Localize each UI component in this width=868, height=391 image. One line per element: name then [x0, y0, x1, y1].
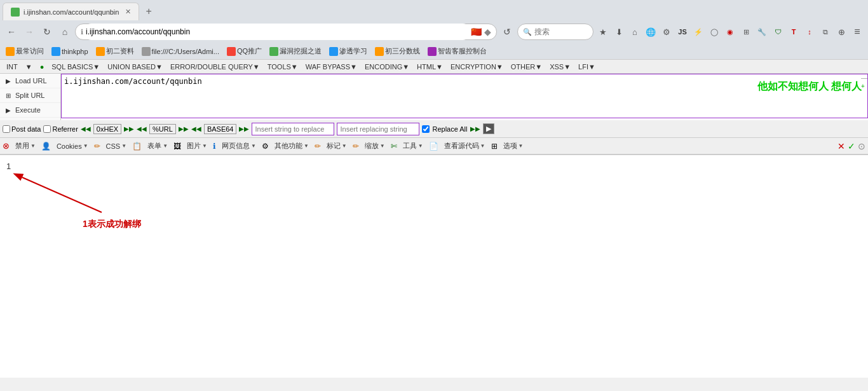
insert-replacing-input[interactable]	[337, 123, 419, 135]
reload-button[interactable]: ↺	[499, 24, 515, 39]
menu-int[interactable]: INT	[3, 62, 22, 72]
fb-ok-icon[interactable]: ✓	[848, 141, 855, 151]
post-data-item[interactable]: Post data	[3, 125, 41, 133]
bookmark-file[interactable]: file:///C:/Users/Admi...	[140, 46, 221, 57]
bookmark-zuichang[interactable]: 最常访问	[4, 46, 46, 57]
ext5-icon[interactable]: 🔧	[755, 25, 769, 39]
tools-button[interactable]: 工具▼	[400, 140, 426, 152]
ext2-icon[interactable]: ◯	[707, 25, 721, 39]
fb-close-icon[interactable]: ✕	[837, 141, 845, 151]
search-input[interactable]	[532, 27, 588, 36]
pencil-css-icon: ✏	[94, 142, 100, 151]
options-button[interactable]: 选项▼	[500, 140, 527, 152]
menu-sql-basics[interactable]: SQL BASICS▼	[48, 62, 104, 72]
tab-close[interactable]: ✕	[125, 8, 131, 16]
ext3-icon[interactable]: ◉	[723, 25, 737, 39]
bookmark-chusanfenshu[interactable]: 初三分数线	[373, 46, 422, 57]
ext8-icon[interactable]: ↕	[803, 25, 817, 39]
ext7-icon[interactable]: T	[787, 25, 801, 39]
menu-lfi[interactable]: LFI▼	[574, 62, 599, 72]
menu-dot[interactable]: ●	[36, 62, 48, 72]
zoom-button[interactable]: 缩放▼	[362, 140, 388, 152]
load-url-icon: ▶	[4, 76, 13, 85]
bookmarks-icon[interactable]: ★	[596, 25, 610, 39]
chrome-icon[interactable]: ⊕	[834, 25, 848, 39]
menu-icon[interactable]: ≡	[850, 25, 864, 39]
bookmark-qq[interactable]: QQ推广	[225, 46, 264, 57]
download-icon[interactable]: ⬇	[612, 25, 626, 39]
disable-label: 禁用	[15, 141, 29, 151]
menu-html[interactable]: HTML▼	[413, 62, 447, 72]
bookmark-label: 初二资料	[106, 46, 134, 56]
settings-icon[interactable]: ⚙	[660, 25, 674, 39]
hackbar-menu: INT ▼ ● SQL BASICS▼ UNION BASED▼ ERROR/D…	[0, 60, 868, 74]
menu-other[interactable]: OTHER▼	[507, 62, 546, 72]
menu-tools[interactable]: TOOLS▼	[264, 62, 302, 72]
form-button[interactable]: 表单▼	[144, 140, 171, 152]
bookmark-zhichi[interactable]: 智齿客服控制台	[426, 46, 489, 57]
back-button[interactable]: ←	[4, 24, 19, 39]
bookmark-thinkphp[interactable]: thinkphp	[50, 46, 90, 57]
split-url-icon: ⊞	[4, 91, 13, 100]
menu-error-double[interactable]: ERROR/DOUBLE QUERY▼	[166, 62, 264, 72]
bookmark-icon	[329, 47, 338, 56]
image-icon: 🖼	[173, 142, 181, 151]
disable-button[interactable]: 禁用 ▼	[12, 140, 39, 152]
split-url-button[interactable]: ⊞ Split URL	[0, 88, 60, 103]
ext9-icon[interactable]: ⧉	[818, 25, 832, 39]
bookmark-chuer[interactable]: 初二资料	[94, 46, 136, 57]
menu-waf-bypass[interactable]: WAF BYPASS▼	[302, 62, 361, 72]
tab-label: i.ijinshan.com/account/qqunbin	[24, 8, 119, 16]
home-button[interactable]: ⌂	[57, 24, 72, 39]
collapse-bottom[interactable]: +	[860, 82, 868, 90]
execute-label: Execute	[15, 106, 41, 114]
view-source-button[interactable]: 查看源代码▼	[441, 140, 489, 152]
flag-icon: 🇨🇳	[471, 27, 482, 37]
menu-union-based[interactable]: UNION BASED▼	[104, 62, 166, 72]
base64-label: BASE64	[204, 124, 237, 134]
js-ext-icon[interactable]: JS	[675, 25, 689, 39]
bookmark-star-icon[interactable]: ◆	[484, 27, 491, 37]
forward-button[interactable]: →	[22, 24, 37, 39]
execute-button[interactable]: ▶ Execute	[0, 103, 60, 118]
load-url-button[interactable]: ▶ Load URL	[0, 74, 60, 88]
url-left-arrow: ◀◀	[137, 125, 147, 132]
css-button[interactable]: CSS▼	[103, 141, 130, 151]
bookmark-icon	[142, 47, 151, 56]
menu-xss[interactable]: XSS▼	[546, 62, 574, 72]
browser-tab[interactable]: i.ijinshan.com/account/qqunbin ✕	[3, 3, 139, 20]
bookmark-icon	[375, 47, 384, 56]
menu-dropdown[interactable]: ▼	[22, 62, 36, 72]
gear-icon: ⚙	[262, 142, 269, 151]
globe-icon[interactable]: 🌐	[644, 25, 658, 39]
new-tab-button[interactable]: +	[142, 6, 155, 17]
ext1-icon[interactable]: ⚡	[691, 25, 705, 39]
bookmark-loudong[interactable]: 漏洞挖掘之道	[268, 46, 323, 57]
post-data-checkbox[interactable]	[3, 125, 10, 133]
cookies-button[interactable]: Cookies▼	[53, 141, 92, 151]
bookmark-shentou[interactable]: 渗透学习	[327, 46, 369, 57]
execute-icon: ▶	[4, 106, 13, 114]
bookmark-icon	[51, 47, 60, 56]
menu-encoding[interactable]: ENCODING▼	[361, 62, 413, 72]
ext4-icon[interactable]: ⊞	[739, 25, 753, 39]
collapse-top[interactable]: —	[860, 74, 868, 82]
ext6-icon[interactable]: 🛡	[771, 25, 785, 39]
markup-button[interactable]: 标记▼	[323, 140, 350, 152]
referrer-checkbox[interactable]	[43, 125, 51, 133]
home-toolbar-icon[interactable]: ⌂	[628, 25, 642, 39]
bookmark-label: 智齿客服控制台	[438, 46, 487, 56]
webinfo-button[interactable]: 网页信息▼	[219, 140, 259, 152]
image-button[interactable]: 图片▼	[184, 140, 210, 152]
url-textarea[interactable]: i.ijinshan.com/account/qqunbin	[61, 74, 868, 118]
referrer-item[interactable]: Referrer	[43, 125, 78, 133]
menu-encryption[interactable]: ENCRYPTION▼	[447, 62, 507, 72]
insert-string-input[interactable]	[252, 123, 334, 135]
refresh-button[interactable]: ↻	[39, 24, 55, 39]
address-bar[interactable]	[83, 24, 471, 40]
other-functions-button[interactable]: 其他功能▼	[271, 140, 312, 152]
tab-favicon	[11, 8, 20, 17]
bookmark-icon	[6, 47, 15, 56]
replace-all-checkbox[interactable]	[422, 125, 430, 133]
page-number: 1	[6, 161, 11, 171]
